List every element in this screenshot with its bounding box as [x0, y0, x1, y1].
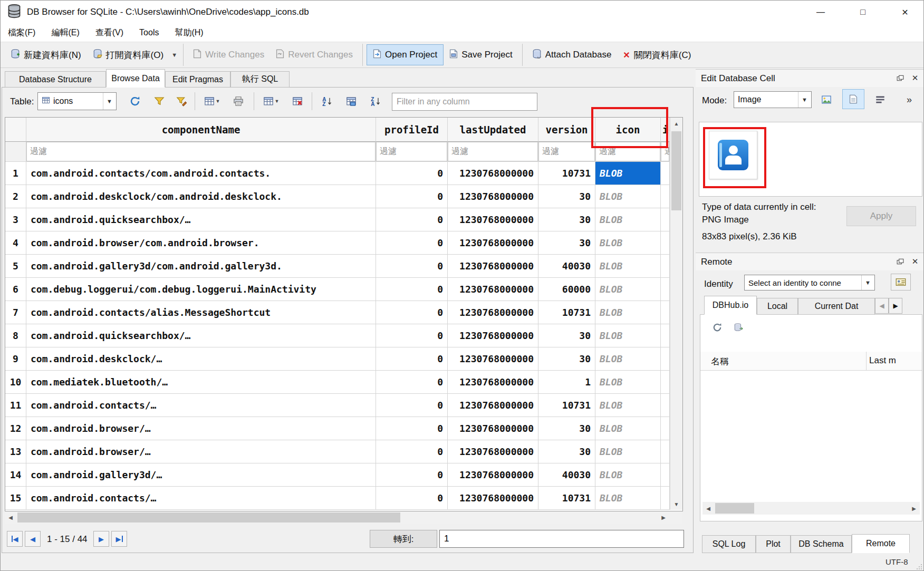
cell-icon[interactable]: BLOB [595, 417, 661, 440]
cell-icon[interactable]: BLOB [595, 394, 661, 417]
table-selector-combo[interactable]: icons ▼ [37, 92, 117, 110]
scroll-right-icon[interactable]: ▶ [658, 511, 669, 524]
grid-horizontal-scrollbar[interactable]: ◀ ▶ [5, 511, 682, 524]
grid-vertical-scrollbar[interactable]: ▲ ▼ [670, 118, 682, 510]
filter-cell-lastUpdated[interactable]: 過濾 [448, 142, 538, 162]
cell-componentName[interactable]: com.android.browser/… [26, 417, 376, 440]
row-number[interactable]: 5 [5, 255, 26, 278]
cell-profileId[interactable]: 0 [376, 347, 448, 371]
cell-profileId[interactable]: 0 [376, 208, 448, 231]
cell-componentName[interactable]: com.android.contacts/… [26, 394, 376, 417]
cell-icon[interactable]: BLOB [595, 185, 661, 208]
cell-partial[interactable] [661, 487, 670, 510]
cell-icon[interactable]: BLOB [595, 487, 661, 510]
cell-componentName[interactable]: com.android.deskclock/… [26, 347, 376, 371]
sort-descending-button[interactable]: ZA [365, 92, 386, 111]
cell-version[interactable]: 40030 [538, 255, 595, 278]
filter-cell-version[interactable]: 過濾 [538, 142, 595, 162]
overflow-chevron-icon[interactable]: » [898, 90, 920, 109]
print-button[interactable] [228, 92, 248, 111]
cell-version[interactable]: 30 [538, 324, 595, 347]
cell-componentName[interactable]: com.android.deskclock/com.android.deskcl… [26, 185, 376, 208]
row-number-header[interactable] [5, 118, 26, 142]
cell-partial[interactable] [661, 347, 670, 371]
cell-partial[interactable] [661, 301, 670, 324]
new-database-button[interactable]: 新建資料庫(N) [5, 44, 87, 65]
clear-filters-button[interactable] [149, 92, 169, 111]
cell-partial[interactable] [661, 324, 670, 347]
cell-lastUpdated[interactable]: 1230768000000 [448, 417, 538, 440]
cell-componentName[interactable]: com.android.contacts/… [26, 487, 376, 510]
column-header-lastUpdated[interactable]: lastUpdated [448, 118, 538, 142]
menu-view[interactable]: 查看(V) [95, 27, 123, 38]
cell-version[interactable]: 10731 [538, 162, 595, 185]
row-number[interactable]: 2 [5, 185, 26, 208]
cell-partial[interactable] [661, 394, 670, 417]
row-number[interactable]: 11 [5, 394, 26, 417]
tab-execute-sql[interactable]: 執行 SQL [230, 71, 290, 88]
cell-profileId[interactable]: 0 [376, 417, 448, 440]
remote-tab-local[interactable]: Local [757, 298, 798, 315]
open-project-button[interactable]: Open Project [367, 44, 444, 65]
dock-tab-remote[interactable]: Remote [852, 534, 910, 553]
remote-name-header[interactable]: 名稱 [711, 355, 729, 367]
menu-edit[interactable]: 編輯(E) [51, 27, 79, 38]
column-header-componentName[interactable]: componentName [26, 118, 376, 142]
clone-database-button[interactable] [731, 320, 746, 335]
insert-record-button[interactable]: ▼ [200, 92, 224, 111]
undock-icon[interactable] [894, 256, 907, 267]
cell-version[interactable]: 1 [538, 371, 595, 394]
previous-record-button[interactable]: ◀ [25, 531, 41, 547]
cell-componentName[interactable]: com.debug.loggerui/com.debug.loggerui.Ma… [26, 278, 376, 301]
cell-icon[interactable]: BLOB [595, 440, 661, 463]
scroll-up-icon[interactable]: ▲ [670, 118, 682, 129]
refresh-button[interactable] [125, 92, 145, 111]
cell-version[interactable]: 30 [538, 185, 595, 208]
import-identity-button[interactable] [891, 274, 911, 291]
row-number[interactable]: 8 [5, 324, 26, 347]
row-number[interactable]: 9 [5, 347, 26, 371]
cell-lastUpdated[interactable]: 1230768000000 [448, 463, 538, 487]
row-number[interactable]: 12 [5, 417, 26, 440]
column-header-version[interactable]: version [538, 118, 595, 142]
scroll-right-icon[interactable]: ▶ [908, 502, 920, 515]
cell-componentName[interactable]: com.android.quicksearchbox/… [26, 324, 376, 347]
cell-partial[interactable] [661, 162, 670, 185]
revert-changes-button[interactable]: Revert Changes [270, 44, 359, 65]
cell-lastUpdated[interactable]: 1230768000000 [448, 394, 538, 417]
cell-icon[interactable]: BLOB [595, 463, 661, 487]
cell-icon[interactable]: BLOB [595, 255, 661, 278]
save-filter-button[interactable] [171, 92, 191, 111]
cell-version[interactable]: 10731 [538, 301, 595, 324]
cell-profileId[interactable]: 0 [376, 463, 448, 487]
dock-tab-sql-log[interactable]: SQL Log [702, 535, 756, 553]
tab-browse-data[interactable]: Browse Data [106, 69, 165, 88]
cell-partial[interactable] [661, 440, 670, 463]
text-view-button[interactable] [842, 89, 864, 109]
menu-help[interactable]: 幫助(H) [175, 27, 203, 38]
cell-partial[interactable] [661, 255, 670, 278]
export-records-button[interactable]: ▼ [259, 92, 283, 111]
column-header-partial[interactable]: ic [661, 118, 670, 142]
grid-hscroll-thumb[interactable] [17, 512, 400, 522]
column-divider[interactable] [866, 352, 867, 371]
cell-profileId[interactable]: 0 [376, 440, 448, 463]
cell-profileId[interactable]: 0 [376, 394, 448, 417]
cell-icon[interactable]: BLOB [595, 208, 661, 231]
tab-edit-pragmas[interactable]: Edit Pragmas [165, 71, 230, 88]
cell-profileId[interactable]: 0 [376, 231, 448, 255]
cell-icon[interactable]: BLOB [595, 162, 661, 185]
encoding-status[interactable]: UTF-8 [886, 557, 908, 566]
dock-tab-db-schema[interactable]: DB Schema [791, 535, 852, 553]
cell-icon[interactable]: BLOB [595, 324, 661, 347]
cell-componentName[interactable]: com.mediatek.bluetooth/… [26, 371, 376, 394]
remote-modified-header[interactable]: Last m [869, 355, 921, 366]
mode-combo[interactable]: Image ▼ [734, 91, 812, 108]
goto-record-input[interactable] [439, 530, 684, 548]
column-header-icon[interactable]: icon [595, 118, 661, 142]
cell-lastUpdated[interactable]: 1230768000000 [448, 278, 538, 301]
cell-profileId[interactable]: 0 [376, 487, 448, 510]
row-number[interactable]: 10 [5, 371, 26, 394]
cell-partial[interactable] [661, 463, 670, 487]
cell-version[interactable]: 30 [538, 440, 595, 463]
